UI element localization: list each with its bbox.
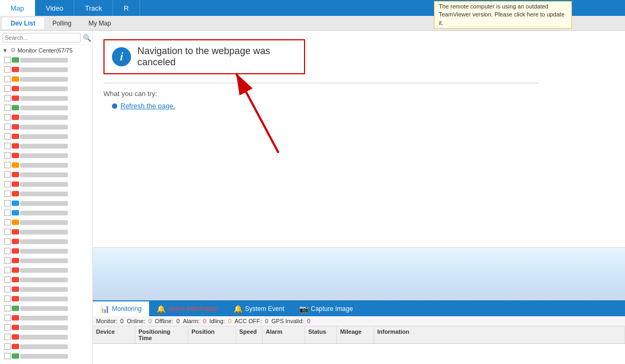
- search-input[interactable]: [2, 33, 81, 42]
- subtab-mymap[interactable]: My Map: [80, 18, 120, 29]
- th-device: Device: [93, 326, 135, 343]
- device-checkbox[interactable]: [4, 114, 11, 120]
- device-row[interactable]: [0, 323, 92, 332]
- device-row[interactable]: [0, 151, 92, 160]
- device-checkbox[interactable]: [4, 324, 11, 331]
- device-checkbox[interactable]: [4, 334, 11, 340]
- subtab-polling[interactable]: Polling: [44, 18, 80, 29]
- top-navigation: Map Video Track R The remote computer is…: [0, 0, 625, 16]
- device-checkbox[interactable]: [4, 105, 11, 111]
- device-checkbox[interactable]: [4, 343, 11, 350]
- device-checkbox[interactable]: [4, 200, 11, 206]
- device-row[interactable]: [0, 284, 92, 294]
- device-row[interactable]: [0, 141, 92, 151]
- device-checkbox[interactable]: [4, 286, 11, 292]
- device-checkbox[interactable]: [4, 124, 11, 130]
- device-checkbox[interactable]: [4, 257, 11, 264]
- device-checkbox[interactable]: [4, 353, 11, 359]
- online-label: Online:: [127, 318, 145, 324]
- gear-icon: ⚙: [11, 47, 16, 54]
- device-row[interactable]: [0, 198, 92, 208]
- device-label: [20, 182, 68, 187]
- device-row[interactable]: [0, 294, 92, 304]
- device-row[interactable]: [0, 227, 92, 237]
- nav-tab-track[interactable]: Track: [74, 0, 113, 16]
- device-checkbox[interactable]: [4, 133, 11, 140]
- device-checkbox[interactable]: [4, 248, 11, 254]
- online-value: 0: [149, 318, 152, 324]
- device-row[interactable]: [0, 160, 92, 170]
- device-row[interactable]: [0, 304, 92, 313]
- device-checkbox[interactable]: [4, 143, 11, 149]
- idling-label: Idling:: [210, 318, 225, 324]
- device-checkbox[interactable]: [4, 238, 11, 245]
- device-row[interactable]: [0, 103, 92, 112]
- device-checkbox[interactable]: [4, 267, 11, 273]
- device-checkbox[interactable]: [4, 229, 11, 235]
- nav-tab-video[interactable]: Video: [35, 0, 74, 16]
- device-status-indicator: [12, 96, 19, 101]
- device-checkbox[interactable]: [4, 315, 11, 321]
- th-positioning-time: Positioning Time: [135, 326, 188, 343]
- monitor-label: Monitor:: [96, 318, 117, 324]
- th-speed: Speed: [236, 326, 263, 343]
- system-event-icon: 🔔: [233, 305, 242, 313]
- device-status-indicator: [12, 344, 19, 349]
- device-row[interactable]: [0, 275, 92, 284]
- device-status-indicator: [12, 201, 19, 206]
- accoff-value: 0: [265, 318, 268, 324]
- device-checkbox[interactable]: [4, 95, 11, 101]
- device-status-indicator: [12, 334, 19, 340]
- device-checkbox[interactable]: [4, 162, 11, 168]
- device-checkbox[interactable]: [4, 276, 11, 283]
- device-row[interactable]: [0, 256, 92, 265]
- device-checkbox[interactable]: [4, 171, 11, 178]
- device-checkbox[interactable]: [4, 85, 11, 92]
- bottom-tab-capture[interactable]: 📷 Capture Image: [292, 301, 360, 316]
- device-row[interactable]: [0, 208, 92, 218]
- device-row[interactable]: [0, 218, 92, 227]
- bottom-tab-alarm[interactable]: 🔔 Alarm Information: [149, 301, 226, 316]
- device-status-indicator: [12, 191, 19, 196]
- search-button[interactable]: 🔍: [83, 34, 91, 42]
- device-row[interactable]: [0, 74, 92, 84]
- device-row[interactable]: [0, 313, 92, 323]
- device-checkbox[interactable]: [4, 219, 11, 226]
- device-row[interactable]: [0, 93, 92, 103]
- device-row[interactable]: [0, 84, 92, 93]
- device-checkbox[interactable]: [4, 296, 11, 302]
- device-row[interactable]: [0, 332, 92, 342]
- nav-tab-map[interactable]: Map: [0, 0, 35, 16]
- tree-root[interactable]: ▼ ⚙ Monitor Center(67/75: [0, 45, 92, 55]
- device-row[interactable]: [0, 246, 92, 256]
- device-checkbox[interactable]: [4, 57, 11, 63]
- device-row[interactable]: [0, 55, 92, 65]
- device-row[interactable]: [0, 170, 92, 179]
- device-checkbox[interactable]: [4, 181, 11, 187]
- device-row[interactable]: [0, 112, 92, 122]
- device-row[interactable]: [0, 122, 92, 132]
- refresh-link[interactable]: Refresh the page.: [120, 102, 175, 110]
- device-checkbox[interactable]: [4, 190, 11, 197]
- alarm-value: 0: [203, 318, 206, 324]
- device-status-indicator: [12, 325, 19, 330]
- device-checkbox[interactable]: [4, 152, 11, 159]
- device-row[interactable]: [0, 237, 92, 246]
- subtab-devlist[interactable]: Dev List: [2, 18, 44, 29]
- device-checkbox[interactable]: [4, 76, 11, 82]
- device-row[interactable]: [0, 65, 92, 74]
- device-row[interactable]: [0, 179, 92, 189]
- teamviewer-notice[interactable]: The remote computer is using an outdated…: [434, 1, 572, 29]
- device-checkbox[interactable]: [4, 66, 11, 73]
- device-checkbox[interactable]: [4, 210, 11, 216]
- nav-tab-r[interactable]: R: [113, 0, 140, 16]
- device-status-indicator: [12, 267, 19, 273]
- device-checkbox[interactable]: [4, 305, 11, 311]
- bottom-tab-system-event[interactable]: 🔔 System Event: [226, 301, 292, 316]
- device-row[interactable]: [0, 342, 92, 351]
- device-row[interactable]: [0, 132, 92, 141]
- bottom-tab-monitoring[interactable]: 📊 Monitoring: [93, 301, 149, 316]
- device-row[interactable]: [0, 189, 92, 198]
- device-row[interactable]: [0, 265, 92, 275]
- device-row[interactable]: [0, 351, 92, 361]
